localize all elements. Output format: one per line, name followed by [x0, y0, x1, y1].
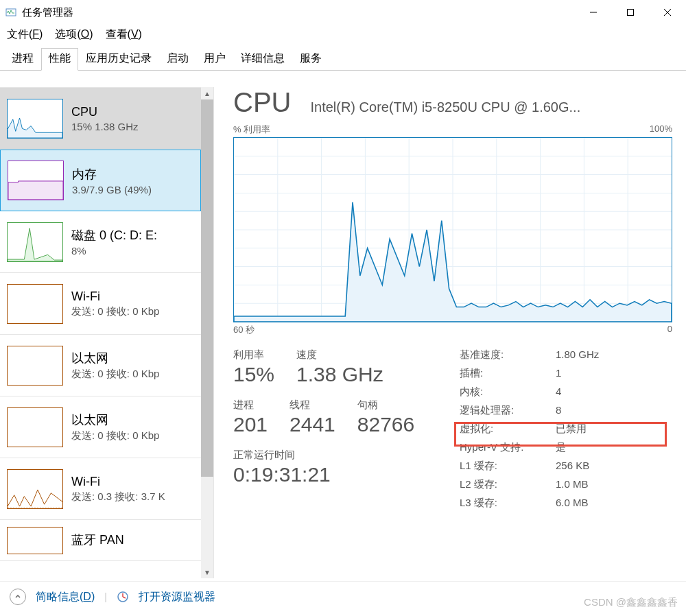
page-title: CPU — [233, 87, 291, 118]
sidebar: CPU15% 1.38 GHz 内存3.9/7.9 GB (49%) 磁盘 0 … — [0, 87, 214, 578]
wifi-thumbnail — [7, 469, 63, 509]
svg-rect-2 — [628, 10, 634, 16]
sidebar-item-memory[interactable]: 内存3.9/7.9 GB (49%) — [0, 150, 201, 211]
tab-users[interactable]: 用户 — [196, 48, 233, 71]
watermark: CSDN @鑫鑫鑫鑫香 — [584, 596, 678, 609]
sidebar-item-label: 内存 — [72, 166, 193, 182]
menu-file[interactable]: 文件(F) — [7, 27, 43, 42]
stat-label-handles: 句柄 — [357, 399, 414, 412]
app-icon — [5, 7, 16, 18]
maximize-button[interactable] — [612, 0, 649, 25]
bluetooth-thumbnail — [7, 527, 63, 554]
sidebar-item-label: CPU — [71, 105, 194, 119]
virtualization-value: 已禁用 — [556, 423, 587, 436]
resource-monitor-icon — [117, 591, 129, 603]
sidebar-item-disk[interactable]: 磁盘 0 (C: D: E:8% — [0, 211, 201, 273]
sidebar-item-label: Wi-Fi — [71, 475, 194, 489]
sidebar-item-label: 磁盘 0 (C: D: E: — [71, 227, 194, 244]
virtualization-label: 虚拟化: — [460, 423, 556, 436]
menu-options[interactable]: 选项(O) — [55, 27, 93, 42]
cpu-details: 基准速度:1.80 GHz 插槽:1 内核:4 逻辑处理器:8 虚拟化:已禁用 … — [460, 348, 672, 515]
sidebar-item-label: 蓝牙 PAN — [71, 532, 194, 548]
sidebar-item-wifi-1[interactable]: Wi-Fi发送: 0 接收: 0 Kbp — [0, 273, 201, 335]
tab-startup[interactable]: 启动 — [159, 48, 196, 71]
stat-value-uptime: 0:19:31:21 — [233, 463, 432, 486]
disk-thumbnail — [7, 222, 63, 262]
tab-details[interactable]: 详细信息 — [233, 48, 292, 71]
stat-label-threads: 线程 — [289, 399, 335, 412]
memory-thumbnail — [8, 161, 64, 200]
sidebar-item-wifi-2[interactable]: Wi-Fi发送: 0.3 接收: 3.7 K — [0, 458, 201, 520]
stat-value-handles: 82766 — [357, 413, 414, 436]
stat-value-speed: 1.38 GHz — [296, 363, 383, 386]
sidebar-item-ethernet-1[interactable]: 以太网发送: 0 接收: 0 Kbp — [0, 335, 201, 396]
menu-view[interactable]: 查看(V) — [106, 27, 142, 42]
sidebar-item-cpu[interactable]: CPU15% 1.38 GHz — [0, 88, 201, 150]
stat-label-uptime: 正常运行时间 — [233, 449, 432, 462]
stat-label-processes: 进程 — [233, 399, 268, 412]
scroll-down-icon[interactable]: ▼ — [201, 566, 213, 578]
minimize-button[interactable] — [575, 0, 612, 25]
titlebar: 任务管理器 — [0, 0, 686, 25]
stat-label-speed: 速度 — [296, 348, 383, 362]
sidebar-item-ethernet-2[interactable]: 以太网发送: 0 接收: 0 Kbp — [0, 396, 201, 458]
close-button[interactable] — [649, 0, 686, 25]
ethernet-thumbnail — [7, 407, 63, 447]
stat-value-processes: 201 — [233, 413, 268, 436]
chart-y-label: % 利用率 — [233, 123, 270, 136]
ethernet-thumbnail — [7, 346, 63, 386]
sidebar-item-label: 以太网 — [71, 350, 194, 366]
stat-value-usage: 15% — [233, 363, 274, 386]
wifi-thumbnail — [7, 284, 63, 324]
fewer-details-link[interactable]: 简略信息(D) — [36, 590, 95, 604]
chart-x-left: 60 秒 — [233, 324, 255, 336]
sidebar-scrollbar[interactable]: ▲ ▼ — [201, 87, 213, 578]
cpu-thumbnail — [7, 99, 63, 139]
menubar: 文件(F) 选项(O) 查看(V) — [0, 25, 686, 47]
tabs: 进程 性能 应用历史记录 启动 用户 详细信息 服务 — [0, 47, 686, 71]
main-panel: CPU Intel(R) Core(TM) i5-8250U CPU @ 1.6… — [214, 87, 686, 578]
sidebar-item-bluetooth[interactable]: 蓝牙 PAN — [0, 520, 201, 561]
stat-value-threads: 2441 — [289, 413, 335, 436]
footer: 简略信息(D) | 打开资源监视器 — [0, 581, 686, 612]
sidebar-item-label: 以太网 — [71, 412, 194, 428]
scroll-thumb[interactable] — [201, 99, 213, 477]
tab-performance[interactable]: 性能 — [41, 48, 78, 71]
open-resource-monitor-link[interactable]: 打开资源监视器 — [139, 590, 215, 604]
tab-processes[interactable]: 进程 — [4, 48, 41, 71]
tab-services[interactable]: 服务 — [292, 48, 329, 71]
cpu-model: Intel(R) Core(TM) i5-8250U CPU @ 1.60G..… — [310, 99, 672, 115]
sidebar-item-label: Wi-Fi — [71, 289, 194, 304]
window-title: 任务管理器 — [22, 6, 575, 19]
chart-y-max: 100% — [650, 123, 672, 136]
stat-label-usage: 利用率 — [233, 348, 274, 362]
collapse-button[interactable] — [10, 589, 26, 605]
tab-app-history[interactable]: 应用历史记录 — [78, 48, 159, 71]
scroll-up-icon[interactable]: ▲ — [201, 87, 213, 99]
cpu-usage-chart — [233, 137, 672, 322]
chart-x-right: 0 — [667, 324, 672, 336]
